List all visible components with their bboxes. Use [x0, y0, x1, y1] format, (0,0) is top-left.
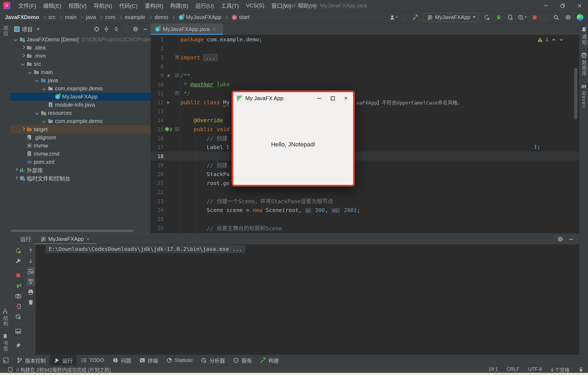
tree-chevron-icon[interactable] [41, 118, 47, 124]
tree-item-JavaFXDemo-Demo-[interactable]: JavaFXDemo [Demo]D:\IDEAProjects\JCNCPro… [10, 35, 151, 44]
code-line-2[interactable]: 2 [151, 44, 579, 53]
camera-icon[interactable] [14, 292, 22, 300]
menu-运行U[interactable]: 运行(U) [192, 2, 218, 10]
search-everywhere-icon[interactable] [552, 13, 560, 21]
menu-重构R[interactable]: 重构(R) [141, 2, 167, 10]
chevron-down-icon[interactable] [36, 28, 40, 30]
code-line-21[interactable]: 21 root.ge [151, 179, 579, 187]
softwrap-icon[interactable] [27, 267, 35, 275]
tool-window-tab-运行[interactable]: 运行 [50, 355, 77, 366]
restore-icon[interactable] [554, 0, 571, 11]
code-line-8[interactable]: 8 [151, 62, 579, 71]
code-line-20[interactable]: 20 StackPa [151, 170, 579, 179]
run-gutter-icon[interactable]: ▶ [164, 100, 173, 105]
tree-chevron-icon[interactable] [20, 45, 26, 50]
prev-problem-icon[interactable] [551, 36, 556, 42]
gutter-list-icon[interactable]: ≡ [164, 73, 173, 78]
sidebar-item-structure[interactable]: 结构 [0, 309, 10, 327]
code-editor[interactable]: 1package com.example.demo;23+import ...8… [151, 35, 579, 233]
tree-item-target[interactable]: target [10, 125, 151, 133]
tool-window-tab-Statistic[interactable]: Statistic [162, 355, 197, 366]
status-panel-icon[interactable] [8, 367, 13, 372]
close-icon[interactable]: × [344, 95, 348, 101]
select-opened-file-icon[interactable] [94, 26, 100, 32]
next-problem-icon[interactable] [559, 36, 564, 42]
hide-panel-icon[interactable] [142, 26, 148, 32]
code-line-24[interactable]: 24 Scene scene = new Scene(root, v: 300,… [151, 205, 579, 214]
line-separator[interactable]: CRLF [507, 367, 519, 372]
menu-构建B[interactable]: 构建(B) [167, 2, 192, 10]
menu-导航N[interactable]: 导航(N) [90, 2, 116, 10]
code-line-10[interactable]: 10 * @author luke [151, 80, 579, 89]
code-line-12[interactable]: 12▶public class MyvaFXApp】不符合UpperCamelC… [151, 98, 579, 107]
maximize-icon[interactable] [331, 96, 335, 100]
close-tab-icon[interactable]: × [87, 236, 90, 242]
stop-icon[interactable] [531, 13, 539, 21]
code-line-13[interactable]: 13 [151, 107, 579, 116]
tree-item-.gitignore[interactable]: .gitignore [10, 133, 151, 142]
code-line-26[interactable]: 26 // 设置主舞台的标题和Scene [151, 223, 579, 232]
menu-文件F[interactable]: 文件(F) [15, 2, 40, 10]
fold-collapse-icon[interactable]: − [173, 127, 180, 131]
sidebar-item-project[interactable]: 项目 [0, 26, 10, 36]
breadcrumb-item[interactable]: com [105, 14, 115, 20]
code-line-16[interactable]: 16 // 创建 [151, 134, 579, 143]
rerun-icon[interactable] [14, 247, 22, 255]
code-line-14[interactable]: 14 @Override [151, 116, 579, 125]
minimize-icon[interactable] [317, 98, 321, 99]
tree-item-resources[interactable]: resources [10, 109, 151, 117]
tool-window-switcher-icon[interactable] [3, 357, 9, 363]
minimize-icon[interactable] [537, 0, 554, 11]
trash-icon[interactable] [27, 298, 35, 306]
breadcrumb-item[interactable]: CMyJavaFXApp [177, 14, 221, 20]
user-account-icon[interactable] [390, 13, 398, 21]
tree-chevron-icon[interactable] [20, 53, 26, 59]
sidebar-item-notifications[interactable]: 通知 [579, 27, 588, 45]
tree-item-外部库[interactable]: 外部库 [10, 166, 151, 174]
file-encoding[interactable]: UTF-8 [528, 367, 542, 372]
code-line-19[interactable]: 19 // 创建 [151, 161, 579, 170]
tool-window-tab-服务[interactable]: 服务 [229, 355, 256, 366]
breadcrumb-item[interactable]: src [48, 14, 56, 20]
stop-icon[interactable] [14, 271, 22, 279]
tree-item-module-info.java[interactable]: Jmodule-info.java [10, 101, 151, 109]
editor-tab-myjavafxapp[interactable]: C MyJavaFXApp.java × [151, 23, 223, 35]
menu-VCSS[interactable]: VCS(S) [242, 2, 268, 9]
tree-chevron-icon[interactable] [13, 167, 19, 173]
vertical-scrollbar[interactable] [574, 68, 577, 119]
menu-编辑E[interactable]: 编辑(E) [40, 2, 65, 10]
profiler-icon[interactable] [519, 13, 527, 21]
indent-setting[interactable]: 4 个空格 [551, 366, 569, 373]
tree-chevron-icon[interactable] [34, 78, 40, 83]
tree-chevron-icon[interactable] [41, 86, 47, 91]
tree-item-.idea[interactable]: .idea [10, 44, 151, 52]
coverage-icon[interactable] [507, 13, 515, 21]
tool-window-tab-问题[interactable]: 问题 [108, 355, 135, 366]
override-gutter-icon[interactable]: ↑@ [164, 127, 173, 132]
tree-item-mvnw[interactable]: >mvnw [10, 142, 151, 150]
tool-window-tab-TODO[interactable]: TODO [77, 355, 108, 366]
code-line-11[interactable]: 11^ */ [151, 89, 579, 98]
code-line-25[interactable]: 25 [151, 214, 579, 223]
wrench-icon[interactable] [14, 257, 22, 265]
layout-icon[interactable] [14, 327, 22, 335]
fold-end-icon[interactable]: ^ [173, 91, 180, 95]
breadcrumb-item[interactable]: java [86, 14, 96, 20]
breadcrumb-item[interactable]: mstart [231, 14, 250, 20]
sidebar-item-bookmarks[interactable]: 书签 [0, 334, 10, 352]
run-tab-myjavafxapp[interactable]: MyJavaFXApp × [40, 234, 90, 244]
rerun-icon[interactable] [483, 13, 491, 21]
tree-item-com.example.demo[interactable]: com.example.demo [10, 84, 151, 93]
print-icon[interactable] [27, 288, 35, 296]
run-console[interactable]: E:\Downloads\CodesDownloads\jdk\jdk-17.0… [35, 244, 579, 355]
code-line-15[interactable]: 15↑@− public void [151, 125, 579, 134]
tree-item-mvnw.cmd[interactable]: mvnw.cmd [10, 150, 151, 158]
debug-icon[interactable] [495, 13, 503, 21]
tree-item-java[interactable]: java [10, 76, 151, 84]
tree-chevron-icon[interactable] [13, 176, 19, 181]
javafx-titlebar[interactable]: My JavaFX App × [233, 92, 353, 104]
breadcrumb-item[interactable]: main [65, 14, 76, 20]
breadcrumb-item[interactable]: JavaFXDemo [5, 14, 39, 20]
console-command-line[interactable]: E:\Downloads\CodesDownloads\jdk\jdk-17.0… [45, 245, 245, 253]
menu-工具T[interactable]: 工具(T) [218, 2, 243, 10]
